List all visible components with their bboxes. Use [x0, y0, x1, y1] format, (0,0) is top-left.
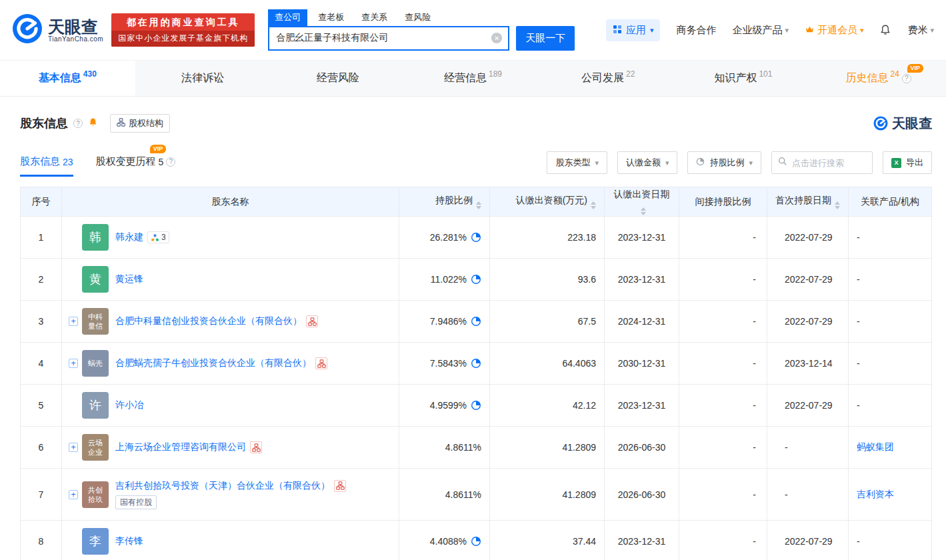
equity-structure-button[interactable]: 股权结构 [110, 114, 170, 133]
nav-tab-legal[interactable]: 法律诉讼 [135, 61, 271, 96]
col-header-ratio[interactable]: 持股比例 [399, 187, 490, 217]
equity-structure-icon[interactable] [315, 357, 327, 369]
avatar[interactable]: 中科 量信 [82, 308, 109, 335]
chevron-down-icon [650, 27, 654, 34]
tianyancha-logo[interactable]: 天眼查 TianYanCha.com [12, 13, 103, 47]
related-entity-link[interactable]: 吉利资本 [857, 489, 894, 499]
search-tab-relation[interactable]: 查关系 [355, 9, 394, 26]
expand-button[interactable] [69, 443, 78, 452]
avatar[interactable]: 黄 [82, 266, 109, 293]
expand-button[interactable] [69, 359, 78, 368]
question-icon[interactable] [73, 119, 83, 128]
equity-structure-icon [117, 118, 125, 129]
search-tab-boss[interactable]: 查老板 [311, 9, 351, 26]
shareholding-pie-icon[interactable] [471, 232, 481, 243]
relationship-graph-badge[interactable]: 3 [147, 231, 169, 243]
nav-tab-count: 24 [890, 69, 899, 79]
menu-open-vip[interactable]: 开通会员 [805, 24, 864, 37]
nav-tab-basic-info[interactable]: 基本信息 430 [0, 61, 135, 96]
indirect-value: - [679, 385, 767, 427]
shareholder-name-link[interactable]: 吉利共创拾玖号投资（天津）合伙企业（有限合伙） [115, 480, 330, 492]
shareholder-name-link[interactable]: 韩永建 [115, 231, 143, 243]
nav-tab-count: 430 [83, 69, 97, 79]
sort-icon[interactable] [641, 207, 646, 215]
nav-tab-operational-risk[interactable]: 经营风险 [270, 61, 405, 96]
filter-subscribed-amount[interactable]: 认缴金额 [617, 151, 678, 174]
state-owned-tag: 国有控股 [115, 495, 157, 509]
first-date-value: 2022-07-29 [767, 385, 849, 427]
indirect-value: - [679, 217, 767, 259]
brand-watermark: 天眼查 [873, 115, 932, 133]
top-menu: 应用 商务合作 企业级产品 开通会员 费米 [606, 19, 934, 41]
search-tab-company[interactable]: 查公司 [268, 9, 307, 26]
sort-icon[interactable] [591, 201, 596, 209]
main-content: 股东信息 股权结构 天眼查 股东信息 23 VIP 股权变更历程 5 [0, 97, 946, 560]
shareholder-name-link[interactable]: 李传锋 [115, 535, 143, 547]
expand-button[interactable] [69, 317, 78, 326]
col-header-first-date[interactable]: 首次持股日期 [767, 187, 849, 217]
avatar[interactable]: 许 [82, 392, 109, 419]
avatar[interactable]: 李 [82, 528, 109, 555]
question-icon[interactable] [166, 157, 175, 167]
equity-structure-icon[interactable] [306, 315, 318, 327]
nav-tab-ip[interactable]: 知识产权 101 [676, 61, 811, 96]
user-menu[interactable]: 费米 [907, 24, 934, 37]
row-index: 5 [21, 385, 62, 427]
col-header-date[interactable]: 认缴出资日期 [605, 187, 679, 217]
notifications-button[interactable] [879, 24, 891, 36]
first-date-value: - [767, 469, 849, 521]
filter-shareholding-ratio[interactable]: 持股比例 [687, 151, 761, 174]
tab-shareholder-info[interactable]: 股东信息 23 [20, 149, 73, 177]
ratio-value: 4.4088% [430, 536, 467, 547]
date-value: 2023-12-31 [605, 521, 679, 560]
search-tab-risk[interactable]: 查风险 [398, 9, 437, 26]
nav-tab-count: 189 [489, 69, 502, 79]
nav-tab-history[interactable]: VIP 历史信息 24 [811, 61, 946, 96]
equity-structure-icon[interactable] [250, 441, 262, 453]
shareholder-name-link[interactable]: 合肥中科量信创业投资合伙企业（有限合伙） [115, 315, 302, 327]
related-value: - [849, 343, 932, 385]
tab-equity-change-history[interactable]: VIP 股权变更历程 5 [96, 149, 176, 177]
apps-menu[interactable]: 应用 [606, 19, 661, 41]
filter-shareholder-type[interactable]: 股东类型 [547, 151, 607, 174]
shareholder-name-link[interactable]: 黄运锋 [115, 273, 143, 285]
related-value: - [849, 385, 932, 427]
shareholder-name-link[interactable]: 许小冶 [115, 399, 143, 411]
equity-structure-icon[interactable] [334, 480, 346, 492]
shareholding-pie-icon[interactable] [471, 358, 481, 369]
menu-enterprise-products[interactable]: 企业级产品 [732, 24, 789, 37]
shareholder-name-link[interactable]: 上海云场企业管理咨询有限公司 [115, 441, 246, 453]
avatar[interactable]: 蜗壳 [82, 350, 109, 377]
nav-tab-label: 基本信息 [39, 71, 81, 85]
subtab-label: 股权变更历程 [96, 155, 156, 168]
shareholding-pie-icon[interactable] [471, 274, 481, 285]
search-input[interactable] [269, 27, 508, 49]
vip-label: 开通会员 [817, 24, 857, 37]
related-entity-link[interactable]: 蚂蚁集团 [857, 441, 894, 452]
col-header-amount[interactable]: 认缴出资额(万元) [490, 187, 605, 217]
vip-badge: VIP [907, 64, 924, 73]
sort-icon[interactable] [476, 201, 481, 209]
shareholding-pie-icon[interactable] [471, 316, 481, 327]
nav-tab-business-info[interactable]: 经营信息 189 [405, 61, 541, 96]
shareholder-name-link[interactable]: 合肥蜗壳孺子牛创业投资合伙企业（有限合伙） [115, 357, 311, 369]
tianyancha-logo-icon [12, 13, 43, 47]
search-tabs: 查公司 查老板 查关系 查风险 [268, 10, 575, 26]
shareholding-pie-icon[interactable] [471, 400, 481, 411]
search-button[interactable]: 天眼一下 [516, 26, 575, 51]
col-header-no: 序号 [21, 187, 62, 217]
nav-tab-company-development[interactable]: 公司发展 22 [541, 61, 676, 96]
avatar[interactable]: 韩 [82, 224, 109, 251]
expand-button[interactable] [69, 490, 78, 499]
sort-icon[interactable] [835, 201, 840, 209]
export-button[interactable]: 导出 [883, 151, 932, 174]
filter-label: 持股比例 [709, 157, 744, 169]
menu-business-cooperation[interactable]: 商务合作 [676, 24, 716, 37]
question-icon[interactable] [902, 74, 911, 83]
shareholding-pie-icon[interactable] [471, 536, 481, 547]
avatar[interactable]: 云场 企业 [82, 434, 109, 461]
row-index: 3 [21, 301, 62, 343]
filter-label: 认缴金额 [626, 157, 661, 169]
notification-bell-icon[interactable] [88, 117, 98, 130]
avatar[interactable]: 共创 拾玖 [82, 481, 109, 508]
